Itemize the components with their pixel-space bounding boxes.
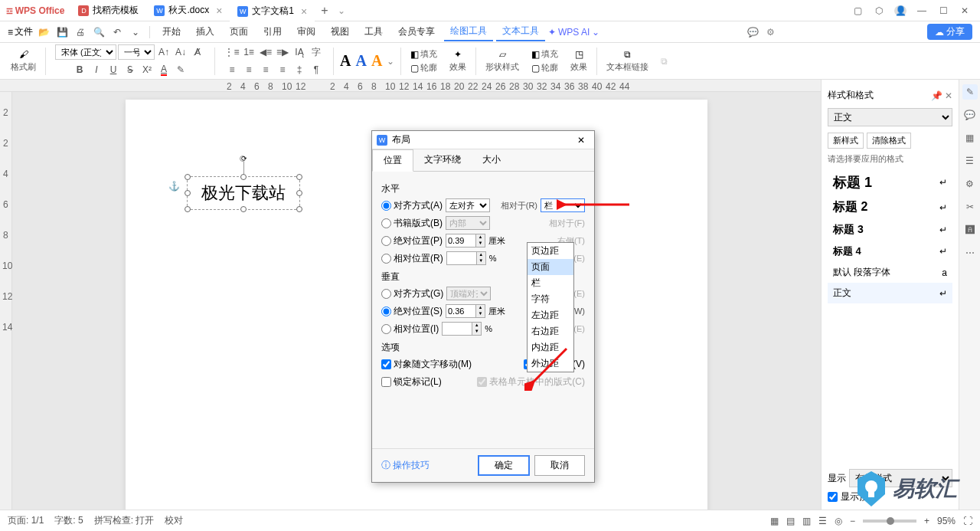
opt-move-check[interactable]: 对象随文字移动(M) <box>381 358 472 371</box>
bold-icon[interactable]: B <box>72 62 87 77</box>
highlight-icon[interactable]: ✎ <box>173 62 188 77</box>
style-body[interactable]: 正文↵ <box>828 283 952 303</box>
size-select[interactable]: 一号 <box>118 44 155 60</box>
dd-rightmargin[interactable]: 右边距 <box>528 323 573 339</box>
h-rel-input[interactable]: ▲▼ <box>446 251 486 265</box>
menu-insert[interactable]: 插入 <box>190 23 220 41</box>
v-abs-radio[interactable]: 绝对位置(S) <box>381 305 443 318</box>
resize-handle[interactable] <box>185 174 191 180</box>
style-a-blue[interactable]: A <box>355 52 366 70</box>
dd-insidemargin[interactable]: 内边距 <box>528 339 573 356</box>
align-justify-icon[interactable]: ≡ <box>275 62 290 77</box>
view-icon[interactable]: ▦ <box>770 516 779 526</box>
style-a-black[interactable]: A <box>340 52 351 70</box>
avatar-icon[interactable]: 👤 <box>894 5 906 16</box>
dd-outsidemargin[interactable]: 外边距 <box>528 356 573 372</box>
style-default[interactable]: 默认 段落字体a <box>828 262 952 283</box>
open-icon[interactable]: 📂 <box>36 25 51 40</box>
skin-icon[interactable]: ⚙ <box>766 27 775 38</box>
menu-view[interactable]: 视图 <box>325 23 355 41</box>
print-icon[interactable]: 🖨 <box>73 25 88 40</box>
dd-page[interactable]: 页面 <box>528 259 573 275</box>
close-icon[interactable]: × <box>301 5 307 18</box>
v-rel-input[interactable]: ▲▼ <box>442 322 482 336</box>
style-h4[interactable]: 标题 4↵ <box>828 241 952 262</box>
new-style-button[interactable]: 新样式 <box>828 133 864 149</box>
word-count[interactable]: 字数: 5 <box>54 514 83 527</box>
tab-wrap[interactable]: 文字环绕 <box>413 149 472 171</box>
underline-icon[interactable]: U <box>106 62 121 77</box>
resize-handle[interactable] <box>240 206 247 212</box>
v-abs-input[interactable]: ▲▼ <box>446 304 485 318</box>
tab-size[interactable]: 大小 <box>472 149 511 171</box>
dd-leftmargin[interactable]: 左边距 <box>528 307 573 323</box>
style-h2[interactable]: 标题 2↵ <box>828 195 952 219</box>
page-status[interactable]: 页面: 1/1 <box>8 514 44 527</box>
cancel-button[interactable]: 取消 <box>534 455 585 476</box>
tab-position[interactable]: 位置 <box>372 149 413 172</box>
more-icon[interactable]: ⋯ <box>962 245 978 261</box>
line-spacing-icon[interactable]: ‡ <box>292 62 307 77</box>
fullscreen-icon[interactable]: ⛶ <box>963 516 972 526</box>
dropdown-icon[interactable]: ⌄ <box>335 5 348 16</box>
nav-icon[interactable]: ☰ <box>962 153 978 169</box>
comment-icon[interactable]: 💬 <box>962 107 978 123</box>
format-painter-group[interactable]: 🖌 格式刷 <box>8 49 39 73</box>
zoom-value[interactable]: 95% <box>937 516 956 526</box>
h-align-select[interactable]: 左对齐 <box>446 198 490 212</box>
outline-button[interactable]: 轮廓 <box>420 62 437 74</box>
effect-button[interactable]: ✦ 效果 <box>446 49 469 73</box>
close-icon[interactable]: ✕ <box>959 5 971 16</box>
resize-handle[interactable] <box>296 174 302 180</box>
tips-link[interactable]: ⓘ 操作技巧 <box>381 459 430 472</box>
rotate-handle[interactable] <box>240 156 246 162</box>
resize-handle[interactable] <box>185 190 191 196</box>
textbox-link-button[interactable]: ⧉ 文本框链接 <box>603 49 652 73</box>
text-box[interactable]: 极光下载站 <box>187 176 300 210</box>
tab-doc2[interactable]: W 文字文稿1 × <box>230 0 315 21</box>
shape-outline-button[interactable]: 轮廓 <box>541 62 558 74</box>
save-icon[interactable]: 💾 <box>54 25 70 40</box>
menu-file[interactable]: ≡ 文件 <box>8 25 33 38</box>
indent-icon[interactable]: ≡▶ <box>275 44 290 60</box>
style-h3[interactable]: 标题 3↵ <box>828 219 952 241</box>
h-book-radio[interactable]: 书籍版式(B) <box>381 217 443 230</box>
redo-icon[interactable]: ⌄ <box>128 25 143 40</box>
opt-lock-check[interactable]: 锁定标记(L) <box>381 375 442 388</box>
tab-templates[interactable]: D 找稻壳模板 <box>70 0 146 21</box>
strike-icon[interactable]: S̶ <box>122 62 138 77</box>
resize-handle[interactable] <box>240 174 247 180</box>
bullets-icon[interactable]: ⋮≡ <box>224 44 240 60</box>
pin-icon[interactable]: 📌 <box>931 90 942 101</box>
minimize-icon[interactable]: — <box>916 5 928 16</box>
menu-ref[interactable]: 引用 <box>257 23 288 41</box>
style-h1[interactable]: 标题 1↵ <box>828 169 952 195</box>
help-icon[interactable]: 💬 <box>747 27 759 38</box>
shape-fill-button[interactable]: 填充 <box>541 48 558 60</box>
dialog-titlebar[interactable]: W 布局 ✕ <box>372 131 594 149</box>
char-scale-icon[interactable]: 字 <box>309 44 324 60</box>
h-align-radio[interactable]: 对齐方式(A) <box>381 199 443 212</box>
clear-format-button[interactable]: 清除格式 <box>867 133 911 149</box>
zoom-in-icon[interactable]: + <box>924 516 929 526</box>
menu-start[interactable]: 开始 <box>156 23 187 41</box>
menu-tools[interactable]: 工具 <box>358 23 389 41</box>
add-tab-button[interactable]: + <box>315 4 334 18</box>
current-style-select[interactable]: 正文 <box>828 108 952 126</box>
dd-column[interactable]: 栏 <box>528 275 573 291</box>
resize-handle[interactable] <box>185 206 191 212</box>
style-icon[interactable]: 🅰 <box>962 222 978 238</box>
menu-review[interactable]: 审阅 <box>291 23 322 41</box>
close-icon[interactable]: ✕ <box>573 135 590 146</box>
dd-margin[interactable]: 页边距 <box>528 243 573 259</box>
outdent-icon[interactable]: ◀≡ <box>258 44 273 60</box>
adjust-icon[interactable]: ✂ <box>962 199 978 215</box>
spellcheck-status[interactable]: 拼写检查: 打开 <box>94 514 155 527</box>
v-ruler[interactable]: 2 2 4 6 8 10 12 14 <box>0 92 12 510</box>
show-select[interactable]: 有效样式 <box>849 469 952 487</box>
superscript-icon[interactable]: X² <box>139 62 155 77</box>
h-abs-input[interactable]: ▲▼ <box>446 234 485 247</box>
clear-format-icon[interactable]: A̸ <box>190 44 205 60</box>
font-select[interactable]: 宋体 (正文) <box>55 44 116 60</box>
text-direction-icon[interactable]: IĄ <box>292 44 307 60</box>
